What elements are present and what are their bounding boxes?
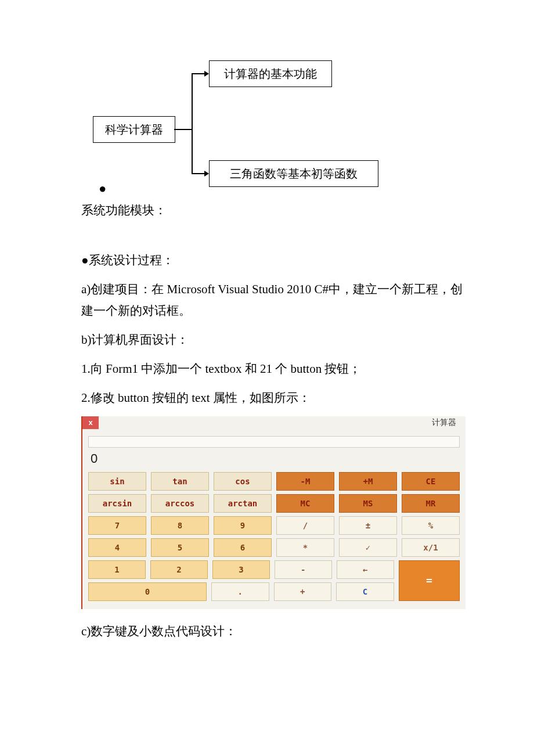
ms-button[interactable]: MS	[339, 494, 397, 513]
sqrt-button[interactable]: ✓	[339, 538, 397, 557]
clear-button[interactable]: C	[336, 582, 394, 601]
mr-button[interactable]: MR	[402, 494, 460, 513]
diagram-root-box: 科学计算器	[93, 116, 175, 143]
percent-button[interactable]: %	[402, 516, 460, 535]
plus-minus-button[interactable]: ±	[339, 516, 397, 535]
minus-m-button[interactable]: -M	[276, 472, 334, 491]
digit-8-button[interactable]: 8	[151, 516, 209, 535]
reciprocal-button[interactable]: x/1	[402, 538, 460, 557]
digit-0-button[interactable]: 0	[88, 582, 207, 601]
design-heading: ●系统设计过程：	[81, 250, 453, 272]
step-b: b)计算机界面设计：	[81, 329, 453, 351]
dot-button[interactable]: .	[211, 582, 269, 601]
equals-button[interactable]: =	[399, 560, 460, 601]
mc-button[interactable]: MC	[276, 494, 334, 513]
ce-button[interactable]: CE	[402, 472, 460, 491]
calc-row: 4 5 6 * ✓ x/1	[88, 538, 460, 557]
sin-button[interactable]: sin	[88, 472, 146, 491]
digit-5-button[interactable]: 5	[151, 538, 209, 557]
digit-1-button[interactable]: 1	[88, 560, 146, 579]
cos-button[interactable]: cos	[214, 472, 272, 491]
arctan-button[interactable]: arctan	[214, 494, 272, 513]
calc-row: sin tan cos -M +M CE	[88, 472, 460, 491]
diagram-bottom-box: 三角函数等基本初等函数	[209, 160, 378, 187]
plus-button[interactable]: +	[274, 582, 332, 601]
diagram-top-label: 计算器的基本功能	[224, 66, 317, 82]
module-heading: 系统功能模块：	[81, 200, 453, 222]
close-icon[interactable]: x	[82, 416, 99, 429]
plus-m-button[interactable]: +M	[339, 472, 397, 491]
calc-window-title: 计算器	[432, 417, 460, 428]
calc-row: 0 . + C	[88, 582, 394, 601]
flow-diagram: 科学计算器 计算器的基本功能 三角函数等基本初等函数 ●	[58, 46, 476, 193]
step-b1: 1.向 Form1 中添加一个 textbox 和 21 个 button 按钮…	[81, 358, 453, 380]
backspace-button[interactable]: ←	[337, 560, 394, 579]
digit-4-button[interactable]: 4	[88, 538, 146, 557]
digit-2-button[interactable]: 2	[150, 560, 208, 579]
step-b2: 2.修改 button 按钮的 text 属性，如图所示：	[81, 387, 453, 409]
calc-row: arcsin arccos arctan MC MS MR	[88, 494, 460, 513]
diagram-root-label: 科学计算器	[105, 122, 163, 138]
calculator-screenshot: x 计算器 0 sin tan cos -M +M CE arcsin arcc…	[81, 416, 466, 609]
calc-row: 7 8 9 / ± %	[88, 516, 460, 535]
tan-button[interactable]: tan	[151, 472, 209, 491]
diagram-bottom-label: 三角函数等基本初等函数	[230, 166, 358, 182]
step-c: c)数字键及小数点代码设计：	[81, 621, 453, 643]
arcsin-button[interactable]: arcsin	[88, 494, 146, 513]
calc-result: 0	[88, 450, 460, 467]
diagram-top-box: 计算器的基本功能	[209, 60, 332, 87]
calc-textbox-upper[interactable]	[88, 436, 460, 448]
divide-button[interactable]: /	[276, 516, 334, 535]
digit-7-button[interactable]: 7	[88, 516, 146, 535]
digit-9-button[interactable]: 9	[214, 516, 272, 535]
calc-row: 1 2 3 - ←	[88, 560, 394, 579]
digit-3-button[interactable]: 3	[212, 560, 270, 579]
bullet-mark: ●	[99, 181, 106, 196]
multiply-button[interactable]: *	[276, 538, 334, 557]
minus-button[interactable]: -	[275, 560, 332, 579]
arccos-button[interactable]: arccos	[151, 494, 209, 513]
step-a: a)创建项目：在 Microsoft Visual Studio 2010 C#…	[81, 279, 470, 323]
digit-6-button[interactable]: 6	[214, 538, 272, 557]
